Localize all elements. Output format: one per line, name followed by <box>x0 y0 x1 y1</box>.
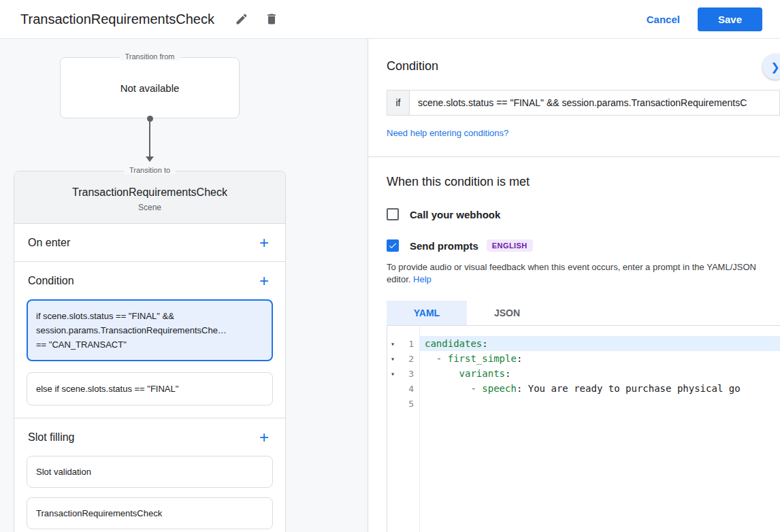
scene-card-header[interactable]: TransactionRequirementsCheck Scene <box>14 171 285 224</box>
delete-icon[interactable] <box>259 7 284 31</box>
on-enter-section: On enter + <box>14 224 285 262</box>
transition-from-value: Not available <box>120 82 180 94</box>
code-line-3[interactable]: variants: <box>420 366 780 381</box>
editor-code-area[interactable]: candidates: - first_simple: variants: - … <box>420 326 780 532</box>
gutter-row: 4 <box>387 381 419 396</box>
gutter-row: 5 <box>387 396 419 411</box>
condition-label: Condition <box>28 275 74 287</box>
send-prompts-checkbox[interactable] <box>387 239 399 252</box>
line-number: 2 <box>400 354 419 364</box>
trash-icon <box>265 12 278 26</box>
editor-gutter: ▾ 1 ▾ 2 ▾ 3 4 <box>387 326 420 532</box>
tab-yaml[interactable]: YAML <box>387 301 467 325</box>
code-line-2[interactable]: - first_simple: <box>420 351 780 366</box>
transition-arrow <box>145 118 155 162</box>
send-prompts-row: Send prompts ENGLISH <box>387 239 780 252</box>
prompt-help-text: To provide audio or visual feedback when… <box>387 261 771 286</box>
gutter-row: ▾ 1 <box>387 336 419 351</box>
add-slot-button[interactable]: + <box>257 427 272 448</box>
prompt-help-body: To provide audio or visual feedback when… <box>387 262 756 284</box>
page-title: TransactionRequirementsCheck <box>20 12 214 27</box>
condition-detail-panel: ❯ Condition if Need help entering condit… <box>368 39 780 532</box>
add-on-enter-button[interactable]: + <box>257 232 272 254</box>
transition-from-label: Transition from <box>120 52 180 61</box>
webhook-row: Call your webhook <box>387 208 780 220</box>
scene-name: TransactionRequirementsCheck <box>25 186 274 199</box>
chevron-right-icon: ❯ <box>770 61 779 73</box>
code-line-5[interactable] <box>420 396 780 411</box>
save-button[interactable]: Save <box>698 7 762 31</box>
help-link[interactable]: Help <box>413 274 432 284</box>
code-line-1[interactable]: candidates: <box>420 336 780 351</box>
arrow-dot <box>147 116 153 122</box>
transition-from-card: Transition from Not available <box>60 57 240 118</box>
slot-filling-section: Slot filling + Slot validation Transacti… <box>14 418 285 532</box>
condition-expression-row: if <box>387 90 780 116</box>
send-prompts-label: Send prompts <box>410 240 478 252</box>
webhook-checkbox[interactable] <box>387 208 399 220</box>
code-line-4[interactable]: - speech: You are ready to purchase phys… <box>420 381 780 396</box>
conditions-help-link[interactable]: Need help entering conditions? <box>387 128 508 138</box>
pencil-icon <box>235 12 248 26</box>
line-number: 5 <box>400 399 419 409</box>
arrow-head-icon <box>146 156 154 162</box>
line-number: 1 <box>400 339 419 349</box>
yaml-editor[interactable]: ▾ 1 ▾ 2 ▾ 3 4 <box>387 325 780 532</box>
when-met-title: When this condition is met <box>387 175 780 189</box>
slot-card-transaction[interactable]: TransactionRequirementsCheck <box>27 497 273 529</box>
scene-type: Scene <box>25 203 274 212</box>
line-number: 3 <box>400 369 419 379</box>
collapse-arrow-icon[interactable]: ▾ <box>387 340 400 348</box>
condition-expression-input[interactable] <box>409 90 780 116</box>
collapse-arrow-icon[interactable]: ▾ <box>387 370 400 378</box>
condition-card[interactable]: else if scene.slots.status == "FINAL" <box>27 372 273 405</box>
panel-divider <box>368 156 780 157</box>
gutter-row: ▾ 3 <box>387 366 419 381</box>
scene-graph-panel: Transition from Not available Transition… <box>0 39 368 532</box>
transition-to-label: Transition to <box>124 166 176 174</box>
cancel-button[interactable]: Cancel <box>647 14 680 25</box>
language-badge: ENGLISH <box>487 239 533 252</box>
arrow-line <box>149 122 150 156</box>
on-enter-label: On enter <box>28 237 70 249</box>
tab-json[interactable]: JSON <box>467 301 547 325</box>
collapse-panel-button[interactable]: ❯ <box>762 54 780 80</box>
slot-card-validation[interactable]: Slot validation <box>27 456 273 488</box>
scene-card: Transition to TransactionRequirementsChe… <box>14 171 286 532</box>
line-number: 4 <box>400 384 419 394</box>
condition-card-selected[interactable]: if scene.slots.status == "FINAL" && sess… <box>27 299 273 361</box>
add-condition-button[interactable]: + <box>257 270 272 292</box>
header: TransactionRequirementsCheck Cancel Save <box>0 0 780 39</box>
if-label: if <box>387 90 410 116</box>
collapse-arrow-icon[interactable]: ▾ <box>387 355 400 363</box>
gutter-row: ▾ 2 <box>387 351 419 366</box>
webhook-label: Call your webhook <box>410 209 500 220</box>
slot-filling-label: Slot filling <box>28 431 74 444</box>
condition-section: Condition + if scene.slots.status == "FI… <box>14 262 285 418</box>
checkmark-icon <box>388 241 397 250</box>
editor-tabs: YAML JSON <box>387 301 780 325</box>
condition-panel-title: Condition <box>387 59 780 73</box>
edit-icon[interactable] <box>229 7 254 31</box>
scene-editor-app: TransactionRequirementsCheck Cancel Save… <box>0 0 780 532</box>
